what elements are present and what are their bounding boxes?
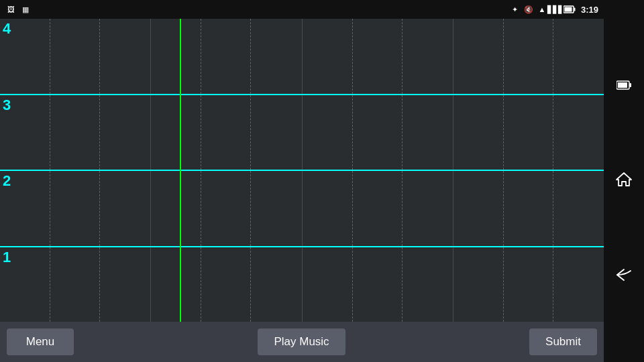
home-icon[interactable] <box>615 170 633 188</box>
cell-4-2[interactable] <box>151 19 302 94</box>
grid-row-2[interactable]: 2 <box>0 171 604 247</box>
cell-3-4[interactable] <box>453 95 604 170</box>
row-4-cells <box>0 19 604 94</box>
menu-button[interactable]: Menu <box>7 328 74 355</box>
status-left-icons: 🖼 ▦ <box>5 5 31 14</box>
row-2-cells <box>0 171 604 246</box>
svg-marker-6 <box>616 173 631 186</box>
svg-rect-4 <box>630 83 632 87</box>
main-content: 4 3 2 <box>0 19 604 362</box>
cell-4-4[interactable] <box>453 19 604 94</box>
status-right-icons: ✦ 🔇 ▲ ▋▋▋ 3:19 <box>510 5 598 15</box>
toolbar: Menu Play Music Submit <box>0 322 604 362</box>
grid-row-1[interactable]: 1 <box>0 247 604 322</box>
svg-rect-2 <box>564 7 572 12</box>
cell-1-2[interactable] <box>151 247 302 322</box>
svg-rect-5 <box>618 82 627 88</box>
row-3-cells <box>0 95 604 170</box>
grid-area[interactable]: 4 3 2 <box>0 19 604 322</box>
signal-icon: ▋▋▋ <box>550 5 561 14</box>
grid-row-4[interactable]: 4 <box>0 19 604 95</box>
back-icon[interactable] <box>614 268 633 282</box>
cell-3-1[interactable] <box>0 95 151 170</box>
playhead-line <box>180 19 181 322</box>
svg-rect-1 <box>574 8 575 11</box>
image-icon: 🖼 <box>5 5 16 14</box>
mute-icon: 🔇 <box>523 5 534 14</box>
nav-battery-icon <box>616 80 631 90</box>
cell-4-1[interactable] <box>0 19 151 94</box>
cell-3-2[interactable] <box>151 95 302 170</box>
nav-bar <box>604 0 644 362</box>
cell-2-2[interactable] <box>151 171 302 246</box>
menu-icon: ▦ <box>20 5 31 14</box>
clock: 3:19 <box>581 5 598 15</box>
cell-1-4[interactable] <box>453 247 604 322</box>
row-label-2: 2 <box>3 174 11 188</box>
row-label-4: 4 <box>3 21 11 36</box>
cell-2-3[interactable] <box>303 171 453 246</box>
battery-icon <box>564 5 576 13</box>
cell-2-1[interactable] <box>0 171 151 246</box>
row-label-3: 3 <box>3 98 11 113</box>
status-bar: 🖼 ▦ ✦ 🔇 ▲ ▋▋▋ 3:19 <box>0 0 604 19</box>
cell-1-1[interactable] <box>0 247 151 322</box>
grid-rows: 4 3 2 <box>0 19 604 322</box>
cell-2-4[interactable] <box>453 171 604 246</box>
submit-button[interactable]: Submit <box>529 328 597 355</box>
grid-row-3[interactable]: 3 <box>0 95 604 172</box>
cell-3-3[interactable] <box>303 95 453 170</box>
cell-1-3[interactable] <box>303 247 453 322</box>
row-1-cells <box>0 247 604 322</box>
wifi-icon: ▲ <box>537 5 547 14</box>
bluetooth-icon: ✦ <box>510 5 521 14</box>
play-music-button[interactable]: Play Music <box>258 328 345 355</box>
cell-4-3[interactable] <box>303 19 453 94</box>
row-label-1: 1 <box>3 250 11 265</box>
